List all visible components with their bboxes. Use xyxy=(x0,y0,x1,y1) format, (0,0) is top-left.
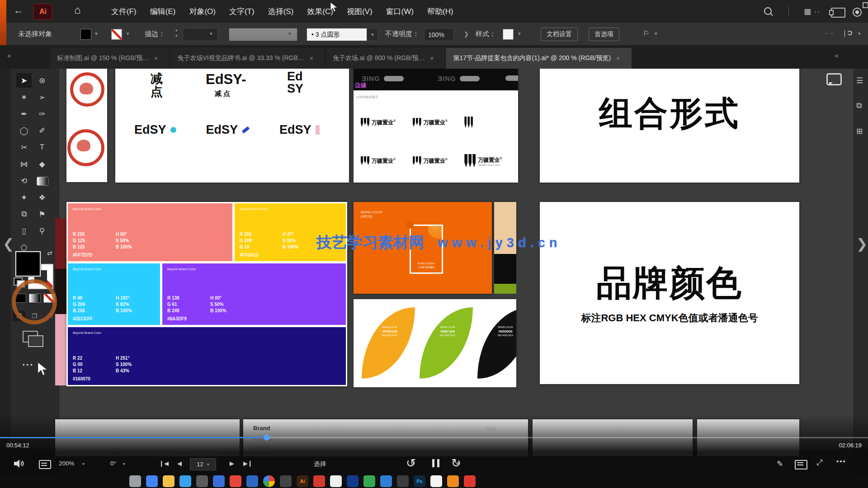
taskbar-app-chrome[interactable] xyxy=(263,475,275,487)
tab-close-icon[interactable]: × xyxy=(154,55,158,62)
document-tab-3[interactable]: 第17节-品牌提案包含的内容(1).ai* @ 200 % (RGB/预览)× xyxy=(446,48,632,69)
blend-tool[interactable]: ❖ xyxy=(34,190,50,205)
taskbar-app-photoshop[interactable]: Ps xyxy=(414,475,425,487)
stroke-stepper-up-icon[interactable]: ▴ xyxy=(175,28,178,32)
swap-fill-stroke-icon[interactable]: ⇄ xyxy=(47,249,52,257)
more-options-icon[interactable]: ••• xyxy=(836,457,846,465)
taskbar-app-app-14[interactable] xyxy=(347,475,359,487)
selection-tool[interactable]: ➤ xyxy=(16,73,32,88)
artboard-number-field[interactable]: 12 ▾ xyxy=(190,458,216,470)
taskbar-app-app-20[interactable] xyxy=(447,475,459,487)
forward-30-button[interactable]: ↻30 xyxy=(451,456,465,470)
dock-panel-icon[interactable]: ❘Ɔ xyxy=(842,29,852,37)
last-artboard-icon[interactable]: ▶❙ xyxy=(243,460,253,467)
toolbar-more-dots[interactable]: ••• xyxy=(23,361,34,368)
taskbar-app-app-8[interactable] xyxy=(246,475,258,487)
artboard-tool[interactable]: ▯ xyxy=(16,224,32,238)
layers-icon[interactable]: ⧉ xyxy=(856,101,862,110)
annotate-pencil-icon[interactable]: ✎ xyxy=(777,459,783,469)
taskbar-app-app-1[interactable] xyxy=(129,475,141,487)
curvature-tool[interactable]: ✑ xyxy=(34,107,50,121)
stroke-chevron-icon[interactable]: ▾ xyxy=(127,31,129,37)
comments-icon[interactable] xyxy=(826,73,842,85)
screen-mode-button[interactable] xyxy=(23,331,38,343)
menu-item-3[interactable]: 文字(T) xyxy=(229,6,255,17)
next-artboard-icon[interactable]: ▶ xyxy=(230,460,234,467)
style-swatch[interactable] xyxy=(503,29,514,40)
pointer-tool-icon[interactable]: ⚐ xyxy=(643,29,649,38)
video-progress-knob[interactable] xyxy=(264,434,270,441)
back-arrow-icon[interactable]: ← xyxy=(14,5,24,16)
stroke-stepper-down-icon[interactable]: ▾ xyxy=(175,33,178,38)
dock-chevron-icon[interactable]: ▾ xyxy=(858,31,861,37)
artboards-icon[interactable]: ⊞ xyxy=(856,127,863,136)
menu-item-5[interactable]: 效果(C) xyxy=(307,6,333,17)
rotation-value[interactable]: 0° xyxy=(110,460,116,467)
menu-item-7[interactable]: 窗口(W) xyxy=(386,6,414,17)
menu-item-0[interactable]: 文件(F) xyxy=(111,6,137,17)
artboard-brand-color[interactable]: 品牌颜色 标注RGB HEX CMYK色值或者潘通色号 xyxy=(540,202,799,384)
collapse-left-icon[interactable]: « xyxy=(7,52,10,59)
rotate-tool[interactable]: ⟲ xyxy=(16,174,32,188)
next-chevron-icon[interactable]: ❯ xyxy=(856,236,868,252)
taskbar-app-explorer[interactable] xyxy=(163,475,175,487)
taskbar-app-app-15[interactable] xyxy=(363,475,375,487)
volume-icon[interactable] xyxy=(14,459,25,468)
home-icon[interactable]: ⌂ xyxy=(74,4,81,16)
profile-chevron-icon[interactable]: ▾ xyxy=(288,31,291,37)
brush-definition-dropdown[interactable]: • 3 点圆形 xyxy=(307,28,372,41)
pin-tool[interactable]: ⚑ xyxy=(34,207,50,221)
menu-item-6[interactable]: 视图(V) xyxy=(347,6,373,17)
width-profile-dropdown[interactable] xyxy=(229,28,297,41)
stroke-color-swatch[interactable] xyxy=(111,29,122,40)
properties-icon[interactable]: ☰ xyxy=(856,76,863,85)
prev-chevron-icon[interactable]: ❮ xyxy=(3,236,14,252)
captions-icon[interactable] xyxy=(39,460,51,469)
first-artboard-icon[interactable]: ❙◀ xyxy=(159,460,169,467)
stroke-width-field[interactable] xyxy=(183,28,218,41)
rotation-chevron-icon[interactable]: ▾ xyxy=(123,461,125,466)
magic-wand-tool[interactable]: ✶ xyxy=(16,90,32,104)
illustrator-logo[interactable]: Ai xyxy=(33,4,52,20)
free-transform-tool[interactable]: ⧉ xyxy=(16,207,32,221)
zoom-tool[interactable]: ⚲ xyxy=(34,224,50,238)
document-tab-2[interactable]: 兔子农场.ai @ 800 % (RGB/预…× xyxy=(326,48,446,69)
taskbar-app-app-13[interactable] xyxy=(330,475,342,487)
eraser-tool[interactable]: ◆ xyxy=(34,157,50,171)
taskbar-app-app-10[interactable] xyxy=(280,475,292,487)
brush-chevron-icon[interactable]: ▾ xyxy=(367,28,378,41)
taskbar-app-app-17[interactable] xyxy=(397,475,409,487)
taskbar-app-illustrator[interactable]: Ai xyxy=(297,475,308,487)
scissors-tool[interactable]: ✂ xyxy=(16,140,32,155)
opacity-value-field[interactable]: 100% xyxy=(424,28,454,41)
tab-close-icon[interactable]: × xyxy=(616,55,620,62)
artboard-stamp-partial[interactable] xyxy=(66,68,107,182)
taskbar-app-app-7[interactable] xyxy=(230,475,241,487)
artboard-palette[interactable]: Beyond Brand ColorR 255G 125B 125H 00°S … xyxy=(66,202,347,386)
document-setup-button[interactable]: 文档设置 xyxy=(541,28,578,41)
taskbar-app-app-16[interactable] xyxy=(380,475,392,487)
taskbar-app-app-2[interactable] xyxy=(146,475,158,487)
arrange-documents-icon[interactable]: ▦ ·· xyxy=(804,7,820,16)
menu-item-2[interactable]: 对象(O) xyxy=(189,6,216,17)
stroke-width-chevron-icon[interactable]: ▾ xyxy=(210,31,212,37)
zoom-chevron-icon[interactable]: ▾ xyxy=(82,461,85,466)
document-tab-0[interactable]: 标准制图.ai @ 150 % (RGB/预…× xyxy=(50,48,170,69)
screen-record-icon[interactable] xyxy=(853,8,862,17)
fill-chevron-icon[interactable]: ▾ xyxy=(95,31,98,37)
taskbar-app-app-5[interactable] xyxy=(196,475,208,487)
fullscreen-toggle-icon[interactable]: ⤢ xyxy=(816,458,823,467)
opacity-arrow-icon[interactable]: ❯ xyxy=(464,31,469,38)
taskbar-app-app-21[interactable] xyxy=(464,475,476,487)
fill-swatch-large[interactable] xyxy=(15,251,41,277)
preferences-button[interactable]: 首选项 xyxy=(589,28,619,41)
pen-tool[interactable]: ✒ xyxy=(16,107,32,121)
notes-icon[interactable] xyxy=(795,460,807,469)
fill-color-swatch[interactable] xyxy=(80,29,91,40)
ellipse-tool[interactable]: ◯ xyxy=(16,123,32,138)
taskbar-app-app-6[interactable] xyxy=(213,475,225,487)
paintbrush-tool[interactable]: ✐ xyxy=(34,123,50,138)
collapse-right-icon[interactable]: « xyxy=(835,52,837,59)
zoom-level-value[interactable]: 200% xyxy=(59,460,75,467)
gradient-tool[interactable] xyxy=(37,177,48,186)
